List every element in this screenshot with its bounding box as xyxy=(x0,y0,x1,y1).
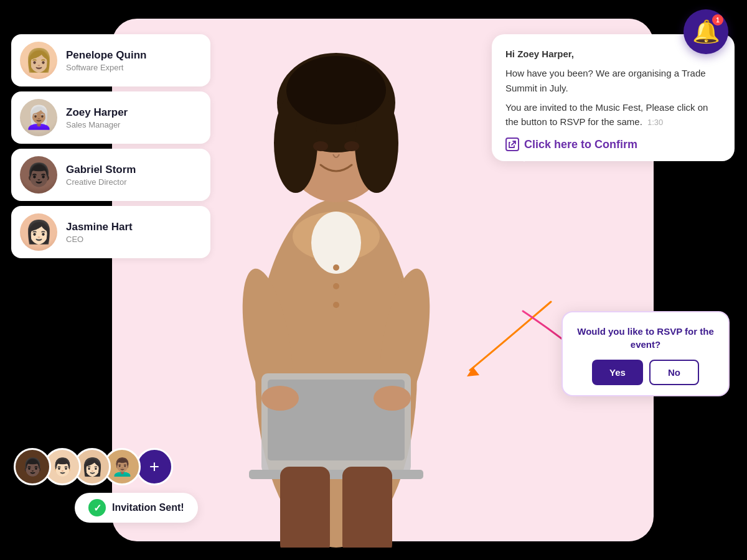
contact-name-jasmine: Jasmine Hart xyxy=(66,221,133,233)
svg-point-19 xyxy=(333,264,339,271)
confirm-link[interactable]: Click here to Confirm xyxy=(505,138,721,151)
svg-point-5 xyxy=(286,56,386,124)
svg-point-20 xyxy=(333,283,339,289)
avatar-zoey xyxy=(20,99,57,136)
svg-point-21 xyxy=(333,302,339,308)
invitation-sent-badge: ✓ Invitation Sent! xyxy=(75,493,198,523)
contact-card-jasmine[interactable]: Jasmine Hart CEO xyxy=(11,206,210,258)
invitation-sent-label: Invitation Sent! xyxy=(112,502,184,513)
rsvp-popup: Would you like to RSVP for the event? Ye… xyxy=(561,311,730,396)
group-plus-button[interactable]: + xyxy=(136,448,173,485)
contact-card-penelope[interactable]: Penelope Quinn Software Expert xyxy=(11,34,210,86)
svg-rect-17 xyxy=(280,467,330,548)
chat-line1: How have you been? We are organising a T… xyxy=(505,66,721,95)
svg-rect-18 xyxy=(342,467,392,548)
chat-line2: You are invited to the Music Fest, Pleas… xyxy=(505,100,721,129)
contact-info-zoey: Zoey Harper Sales Manager xyxy=(66,106,128,129)
group-avatar-1: 👨🏿 xyxy=(14,448,51,485)
bell-badge: 1 xyxy=(712,14,723,26)
contact-role-zoey: Sales Manager xyxy=(66,120,128,129)
svg-point-13 xyxy=(261,386,299,411)
avatar-gabriel xyxy=(20,156,57,194)
svg-point-15 xyxy=(313,141,328,151)
contact-name-gabriel: Gabriel Storm xyxy=(66,164,136,176)
main-person xyxy=(193,0,479,554)
rsvp-question: Would you like to RSVP for the event? xyxy=(575,325,716,351)
contact-name-penelope: Penelope Quinn xyxy=(66,49,146,62)
avatar-jasmine xyxy=(20,213,57,251)
confirm-label: Click here to Confirm xyxy=(524,138,637,151)
contact-role-penelope: Software Expert xyxy=(66,63,146,72)
svg-marker-22 xyxy=(467,367,479,376)
contact-name-zoey: Zoey Harper xyxy=(66,106,128,119)
contact-info-gabriel: Gabriel Storm Creative Director xyxy=(66,164,136,187)
rsvp-no-button[interactable]: No xyxy=(649,360,699,385)
contact-card-gabriel[interactable]: Gabriel Storm Creative Director xyxy=(11,149,210,201)
svg-point-16 xyxy=(344,141,359,151)
svg-point-14 xyxy=(374,386,411,411)
rsvp-buttons: Yes No xyxy=(575,360,716,385)
contact-card-zoey[interactable]: Zoey Harper Sales Manager xyxy=(11,91,210,144)
chat-time: 1:30 xyxy=(647,118,663,127)
contact-list: Penelope Quinn Software Expert Zoey Harp… xyxy=(11,34,210,258)
contact-info-jasmine: Jasmine Hart CEO xyxy=(66,221,133,244)
contact-info-penelope: Penelope Quinn Software Expert xyxy=(66,49,146,72)
chat-bubble: 🔔 1 Hi Zoey Harper, How have you been? W… xyxy=(492,34,735,161)
check-icon: ✓ xyxy=(88,499,106,516)
avatar-penelope xyxy=(20,42,57,79)
group-avatars: 👨🏿 👨🏻 👩🏻 👨🏽‍🦱 + xyxy=(14,448,173,485)
svg-rect-12 xyxy=(249,470,423,479)
contact-role-jasmine: CEO xyxy=(66,235,133,244)
chat-greeting: Hi Zoey Harper, xyxy=(505,49,574,59)
contact-role-gabriel: Creative Director xyxy=(66,177,136,187)
external-link-icon xyxy=(505,138,519,151)
rsvp-yes-button[interactable]: Yes xyxy=(592,360,643,385)
chat-text: Hi Zoey Harper, How have you been? We ar… xyxy=(505,47,721,129)
bell-notification: 🔔 1 xyxy=(684,9,728,54)
